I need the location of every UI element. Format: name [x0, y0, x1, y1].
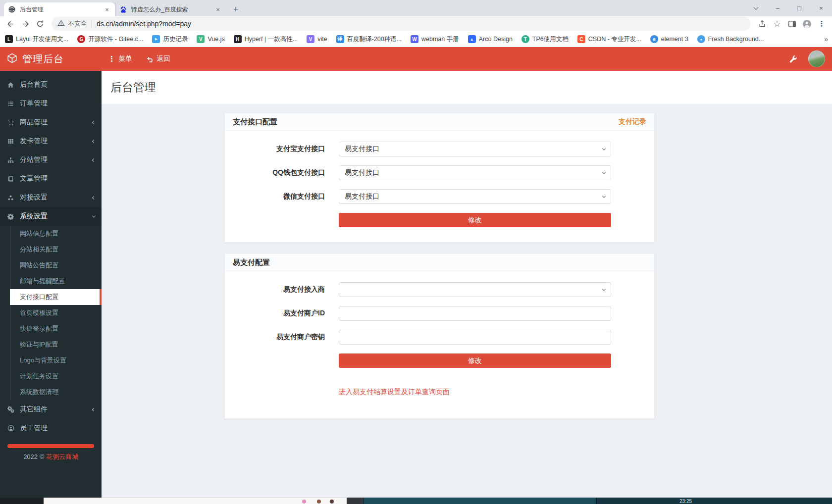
sidebar-item-integrations[interactable]: 对接设置: [0, 188, 102, 207]
epay-provider-select[interactable]: [339, 282, 611, 297]
submenu-quick-login[interactable]: 快捷登录配置: [0, 321, 102, 337]
bookmark-history[interactable]: ▶历史记录: [152, 35, 188, 44]
bookmark-label: CSDN - 专业开发...: [588, 35, 641, 44]
taskbar-popup-edge: [44, 498, 363, 504]
app-header: 管理后台 ⋮ 菜单 返回: [0, 47, 832, 71]
bookmark-webman[interactable]: Wwebman 手册: [411, 35, 459, 44]
submenu-verify-ip[interactable]: 验证与IP配置: [0, 337, 102, 353]
sidebar-item-products[interactable]: 商品管理: [0, 113, 102, 132]
submenu-scheduled-tasks[interactable]: 计划任务设置: [0, 368, 102, 384]
bookmark-label: Fresh Background...: [708, 36, 764, 43]
sidebar-item-substations[interactable]: 分站管理: [0, 151, 102, 169]
book-icon: [7, 176, 20, 182]
bookmark-vite[interactable]: Vvite: [307, 35, 327, 43]
bookmark-star-button[interactable]: ☆: [770, 17, 784, 31]
bookmarks-overflow-chevron[interactable]: »: [824, 31, 828, 47]
select-value: 易支付接口: [345, 168, 379, 177]
epay-settlement-link[interactable]: 进入易支付结算设置及订单查询页面: [339, 388, 450, 397]
epay-config-submit-button[interactable]: 修改: [339, 353, 611, 368]
cart-icon: [7, 119, 20, 126]
payment-interface-submit-button[interactable]: 修改: [339, 213, 611, 227]
chevron-left-icon: [92, 120, 96, 124]
wechat-interface-select[interactable]: 易支付接口: [339, 189, 611, 204]
menu-label: 菜单: [118, 54, 132, 63]
submenu-site-info[interactable]: 网站信息配置: [0, 226, 102, 242]
back-label: 返回: [156, 54, 170, 63]
window-minimize-button[interactable]: –: [767, 0, 788, 16]
browser-toolbar: 不安全 ds.cn/admin/set.php?mod=pay ☆ ⋮: [0, 16, 832, 31]
epay-merchant-id-input[interactable]: [339, 306, 611, 321]
bookmark-arco[interactable]: ▲Arco Design: [468, 35, 513, 43]
alipay-interface-select[interactable]: 易支付接口: [339, 142, 611, 156]
browser-profile-avatar[interactable]: [799, 17, 814, 31]
app-logo[interactable]: 管理后台: [0, 52, 102, 66]
bookmark-baidu-translate[interactable]: 译百度翻译-200种语...: [336, 35, 402, 44]
popup-thumbnail-dot: [317, 500, 321, 504]
window-close-button[interactable]: ×: [810, 0, 832, 16]
sidebar-item-cards[interactable]: 发卡管理: [0, 132, 102, 151]
translate-icon: 译: [336, 35, 344, 43]
submenu-mail-reminder[interactable]: 邮箱与提醒配置: [0, 273, 102, 289]
csdn-icon: C: [577, 35, 585, 43]
bookmark-fresh-background[interactable]: ●Fresh Background...: [697, 35, 764, 43]
submenu-data-cleanup[interactable]: 系统数据清理: [0, 384, 102, 400]
user-avatar[interactable]: [808, 50, 825, 67]
tab-baidu[interactable]: 肾虚怎么办_百度搜索 ×: [115, 2, 226, 16]
bookmark-gitee[interactable]: G开源软件 - Gitee.c...: [77, 35, 143, 44]
sidebar-item-system-settings[interactable]: 系统设置: [0, 207, 102, 226]
submenu-substation-config[interactable]: 分站相关配置: [0, 242, 102, 257]
sidebar-item-orders[interactable]: 订单管理: [0, 94, 102, 113]
history-icon: ▶: [152, 35, 160, 43]
bookmark-layui[interactable]: LLayui 开发使用文...: [5, 35, 68, 44]
url-text: ds.cn/admin/set.php?mod=pay: [97, 20, 191, 28]
forward-button[interactable]: [18, 17, 33, 31]
main-content: 后台管理 支付接口配置 支付记录 支付宝支付接口 易支付接口 QQ钱包支付接口: [102, 71, 832, 498]
bookmark-label: 开源软件 - Gitee.c...: [88, 35, 143, 44]
window-maximize-button[interactable]: □: [788, 0, 810, 16]
address-bar[interactable]: 不安全 ds.cn/admin/set.php?mod=pay: [52, 17, 751, 31]
popup-thumbnail-dot: [302, 500, 306, 504]
bookmark-label: Vue.js: [208, 36, 224, 43]
chevron-left-icon: [92, 196, 96, 199]
sidebar-item-home[interactable]: 后台首页: [0, 75, 102, 94]
gear-icon: [7, 213, 20, 220]
tab-search-chevron-icon[interactable]: [745, 0, 767, 16]
payment-records-link[interactable]: 支付记录: [619, 117, 646, 126]
submenu-home-template[interactable]: 首页模板设置: [0, 305, 102, 321]
chevron-left-icon: [92, 407, 96, 411]
browser-menu-kebab[interactable]: ⋮: [814, 17, 829, 31]
submenu-payment-interface[interactable]: 支付接口配置: [10, 289, 102, 305]
bookmark-element3[interactable]: eelement 3: [650, 35, 688, 43]
arco-icon: ▲: [468, 35, 476, 43]
tab-close-icon[interactable]: ×: [103, 5, 111, 13]
back-button[interactable]: [3, 17, 18, 31]
sidebar-item-staff[interactable]: 员工管理: [0, 419, 102, 438]
refresh-button[interactable]: [33, 17, 48, 31]
tab-admin[interactable]: 后台管理 ×: [4, 2, 115, 16]
bookmark-label: element 3: [661, 36, 688, 43]
epay-merchant-key-input[interactable]: [339, 330, 611, 345]
sidebar-item-articles[interactable]: 文章管理: [0, 169, 102, 188]
bookmarks-bar: LLayui 开发使用文... G开源软件 - Gitee.c... ▶历史记录…: [0, 31, 832, 47]
bookmark-vuejs[interactable]: VVue.js: [197, 35, 224, 43]
epay-merchant-key-label: 易支付商户密钥: [225, 333, 339, 342]
new-tab-button[interactable]: +: [229, 2, 243, 16]
submenu-logo-background[interactable]: Logo与背景设置: [0, 353, 102, 368]
submenu-site-announcement[interactable]: 网站公告配置: [0, 257, 102, 273]
qq-wallet-interface-select[interactable]: 易支付接口: [339, 165, 611, 180]
side-panel-button[interactable]: [784, 17, 799, 31]
copyright-year: 2022 ©: [23, 453, 44, 460]
brand-link[interactable]: 花粥云商城: [46, 453, 78, 460]
settings-wrench-button[interactable]: [784, 50, 801, 67]
share-button[interactable]: [755, 17, 770, 31]
sidebar-item-other-components[interactable]: 其它组件: [0, 400, 102, 419]
header-back-button[interactable]: 返回: [146, 54, 170, 63]
gears-icon: [7, 406, 20, 413]
header-menu-button[interactable]: ⋮ 菜单: [108, 54, 132, 63]
bookmark-csdn[interactable]: CCSDN - 专业开发...: [577, 35, 641, 44]
wrench-icon: [789, 55, 797, 63]
tab-close-icon[interactable]: ×: [214, 5, 222, 13]
bookmark-tp6[interactable]: TTP6使用文档: [521, 35, 569, 44]
select-value: 易支付接口: [345, 145, 379, 153]
bookmark-hyperf[interactable]: HHyperf | 一款高性...: [234, 35, 298, 44]
